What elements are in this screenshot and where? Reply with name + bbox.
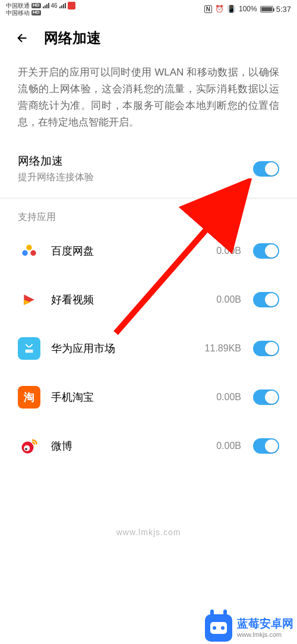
footer-badge: 蓝莓安卓网 www.lmkjs.com <box>187 608 297 644</box>
signal-2-icon <box>59 3 66 8</box>
battery-icon <box>260 6 273 12</box>
clock: 5:37 <box>276 5 291 14</box>
app-row-taobao[interactable]: 淘 手机淘宝 0.00B <box>0 373 297 422</box>
robot-logo-icon <box>205 614 232 642</box>
app-row-weibo[interactable]: 微博 0.00B <box>0 422 297 470</box>
app-name: 华为应用市场 <box>51 341 205 356</box>
alarm-icon: ⏰ <box>215 5 224 13</box>
svg-point-1 <box>30 250 36 256</box>
hd-badge-2: HD <box>31 10 41 15</box>
baidu-netdisk-icon <box>18 240 40 262</box>
main-toggle-row: 网络加速 提升网络连接体验 <box>0 143 297 194</box>
footer-url: www.lmkjs.com <box>237 631 293 639</box>
app-data: 11.89KB <box>205 343 241 354</box>
weibo-icon <box>18 435 40 457</box>
svg-point-6 <box>25 448 27 450</box>
page-title: 网络加速 <box>44 29 101 48</box>
app-data: 0.00B <box>216 294 241 305</box>
app-indicator-icon <box>68 2 75 10</box>
signal-1-icon <box>43 3 49 8</box>
app-toggle-huawei[interactable] <box>253 341 279 356</box>
arrow-left-icon <box>16 32 29 45</box>
svg-rect-3 <box>26 350 33 353</box>
app-data: 0.00B <box>216 392 241 403</box>
app-toggle-haokan[interactable] <box>253 292 279 307</box>
carrier-2: 中国移动 <box>6 10 30 16</box>
svg-point-0 <box>22 250 27 256</box>
nfc-icon: N <box>204 5 212 13</box>
carrier-1: 中国联通 <box>6 2 30 9</box>
hd-badge-1: HD <box>31 3 41 8</box>
app-name: 好看视频 <box>51 293 216 307</box>
app-name: 手机淘宝 <box>51 390 216 404</box>
app-name: 百度网盘 <box>51 244 216 258</box>
section-title: 支持应用 <box>0 199 297 227</box>
main-toggle-title: 网络加速 <box>18 153 94 169</box>
footer-brand: 蓝莓安卓网 <box>237 617 293 631</box>
header: 网络加速 <box>0 18 297 58</box>
app-row-huawei-appgallery[interactable]: 华为应用市场 11.89KB <box>0 324 297 373</box>
main-toggle[interactable] <box>253 161 279 177</box>
app-row-baidu-netdisk[interactable]: 百度网盘 0.00B <box>0 227 297 275</box>
huawei-appgallery-icon <box>18 337 40 360</box>
description-text: 开关开启的应用可以同时使用 WLAN 和移动数据，以确保流畅的上网体验，这会消耗… <box>0 58 297 143</box>
watermark: www.lmkjs.com <box>0 527 297 537</box>
main-toggle-subtitle: 提升网络连接体验 <box>18 171 94 184</box>
app-data: 0.00B <box>216 246 241 256</box>
app-row-haokan[interactable]: 好看视频 0.00B <box>0 275 297 324</box>
status-right: N ⏰ 📳 100% 5:37 <box>204 5 291 14</box>
network-label: 46 <box>51 2 58 9</box>
status-left: 中国联通 HD 46 中国移动 HD <box>6 2 75 16</box>
back-button[interactable] <box>14 30 31 46</box>
app-data: 0.00B <box>216 441 241 451</box>
status-bar: 中国联通 HD 46 中国移动 HD N ⏰ 📳 100% 5:37 <box>0 0 297 18</box>
app-name: 微博 <box>51 439 216 453</box>
vibrate-icon: 📳 <box>227 5 236 13</box>
taobao-icon: 淘 <box>18 386 40 409</box>
haokan-icon <box>18 288 40 311</box>
battery-pct: 100% <box>239 5 257 13</box>
svg-point-2 <box>26 245 31 250</box>
app-toggle-taobao[interactable] <box>253 389 279 405</box>
app-toggle-weibo[interactable] <box>253 438 279 454</box>
app-toggle-baidu[interactable] <box>253 243 279 259</box>
